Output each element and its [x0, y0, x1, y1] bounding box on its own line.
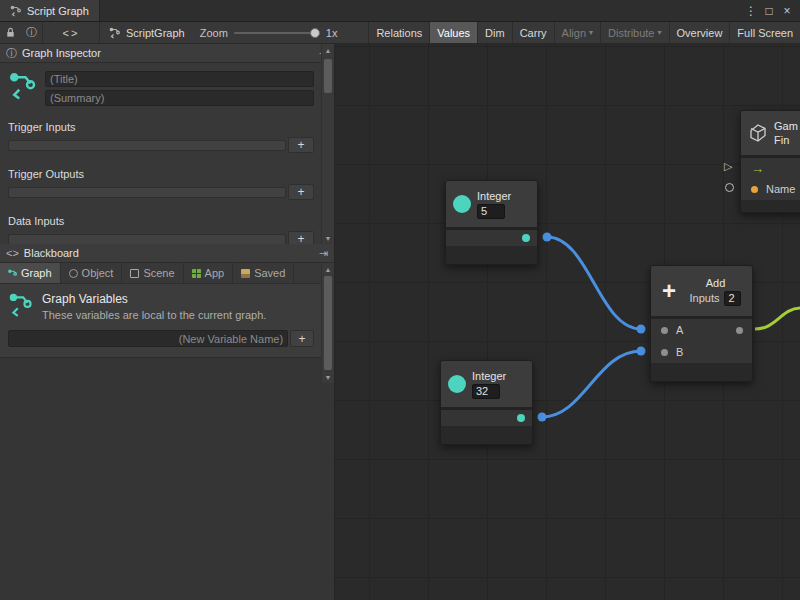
trigger-inputs-list: [8, 140, 286, 151]
trigger-port-icon[interactable]: ▷: [724, 160, 732, 173]
graph-variables-title: Graph Variables: [42, 292, 266, 306]
window-titlebar: Script Graph ⋮ □ ×: [0, 0, 800, 22]
dim-button[interactable]: Dim: [477, 22, 512, 43]
data-inputs-list: [8, 234, 286, 245]
zoom-slider-track: [234, 32, 320, 34]
lock-button[interactable]: [0, 22, 21, 43]
add-variable-button[interactable]: +: [290, 330, 314, 347]
tab-scene[interactable]: Scene: [122, 263, 183, 283]
graph-icon: [109, 27, 121, 39]
inspector-scrollbar-thumb[interactable]: [324, 59, 332, 93]
align-button: Align ▾: [554, 22, 600, 43]
input-port-a[interactable]: [661, 327, 668, 334]
integer-value-input[interactable]: [472, 384, 500, 399]
inputs-count-input[interactable]: [724, 291, 741, 306]
output-port[interactable]: [517, 414, 525, 422]
wire-integer1-to-add-a: [547, 237, 641, 329]
blackboard-scrollbar-thumb[interactable]: [324, 276, 332, 370]
popout-icon[interactable]: ⇥: [319, 247, 328, 260]
graph-inspector-title: Graph Inspector: [22, 47, 101, 59]
game-object-icon: [748, 123, 768, 143]
scroll-down-icon[interactable]: ▼: [322, 371, 334, 383]
node-partial[interactable]: Gam Fin → Name: [740, 110, 800, 213]
object-tab-icon: [69, 269, 78, 278]
blackboard-panel: <> Blackboard ⇥ Graph Object: [0, 244, 334, 600]
maximize-icon[interactable]: □: [760, 4, 778, 18]
tab-saved[interactable]: Saved: [233, 263, 294, 283]
scroll-up-icon[interactable]: ▲: [322, 44, 334, 56]
node-integer-32[interactable]: Integer: [440, 360, 533, 445]
code-view-button[interactable]: <>: [43, 22, 99, 43]
overview-button[interactable]: Overview: [669, 22, 730, 43]
trigger-inputs-label: Trigger Inputs: [8, 121, 314, 133]
output-port[interactable]: [522, 234, 530, 242]
graph-tab-icon: [8, 269, 17, 278]
carry-button[interactable]: Carry: [512, 22, 554, 43]
integer-value-input[interactable]: [477, 204, 505, 219]
wire-endpoint[interactable]: [543, 233, 552, 242]
scroll-up-icon[interactable]: ▲: [322, 263, 334, 275]
app-tab-icon: [192, 269, 201, 278]
tab-script-graph[interactable]: Script Graph: [0, 0, 100, 21]
graph-summary-input[interactable]: [45, 90, 314, 106]
new-variable-input[interactable]: [8, 330, 288, 347]
sidebar: ⓘ Graph Inspector ⇥ Tri: [0, 44, 335, 600]
zoom-value: 1x: [326, 27, 338, 39]
port-a-label: A: [676, 324, 683, 336]
tab-graph[interactable]: Graph: [0, 263, 61, 283]
trigger-arrow-icon[interactable]: →: [751, 161, 764, 176]
chevron-down-icon: ▾: [589, 28, 593, 37]
trigger-outputs-label: Trigger Outputs: [8, 168, 314, 180]
graph-canvas[interactable]: Integer Integer: [335, 44, 800, 600]
graph-icon: [8, 71, 38, 101]
tab-object[interactable]: Object: [61, 263, 123, 283]
output-port[interactable]: [736, 327, 743, 334]
zoom-slider-handle[interactable]: [310, 28, 320, 38]
port-b-label: B: [676, 346, 683, 358]
inputs-label: Inputs: [690, 292, 720, 304]
distribute-button: Distribute ▾: [600, 22, 668, 43]
graph-name-button[interactable]: ScriptGraph: [100, 22, 194, 43]
wire-endpoint[interactable]: [637, 347, 646, 356]
info-icon: ⓘ: [6, 46, 17, 61]
blackboard-tabs: Graph Object Scene App Saved: [0, 263, 321, 284]
add-trigger-input-button[interactable]: +: [288, 137, 314, 153]
window-menu-icon[interactable]: ⋮: [742, 4, 760, 18]
graph-title-input[interactable]: [45, 71, 314, 87]
info-icon: ⓘ: [26, 25, 37, 40]
full-screen-button[interactable]: Full Screen: [729, 22, 800, 43]
node-title: Integer: [477, 190, 511, 202]
wire-endpoint[interactable]: [538, 413, 547, 422]
graph-name-label: ScriptGraph: [126, 27, 185, 39]
node-title: Add: [706, 277, 726, 289]
blackboard-header: <> Blackboard ⇥: [0, 244, 334, 263]
integer-icon: [453, 195, 471, 213]
info-button[interactable]: ⓘ: [21, 22, 42, 43]
inspector-scrollbar[interactable]: ▲ ▼: [321, 44, 334, 244]
wire-add-output: [755, 308, 800, 329]
node-title: Integer: [472, 370, 506, 382]
node-integer-5[interactable]: Integer: [445, 180, 538, 265]
wire-endpoint[interactable]: [637, 325, 646, 334]
values-button[interactable]: Values: [429, 22, 477, 43]
zoom-slider[interactable]: [234, 27, 320, 39]
window-controls: ⋮ □ ×: [742, 0, 800, 21]
graph-variables-section: Graph Variables These variables are loca…: [0, 284, 334, 358]
close-icon[interactable]: ×: [778, 4, 796, 18]
scroll-down-icon[interactable]: ▼: [322, 232, 334, 244]
input-port-b[interactable]: [661, 349, 668, 356]
blackboard-scrollbar[interactable]: ▲ ▼: [321, 263, 334, 383]
tab-app[interactable]: App: [184, 263, 234, 283]
node-title-line2: Fin: [774, 134, 798, 146]
node-add[interactable]: + Add Inputs A B: [650, 265, 753, 382]
value-port-icon[interactable]: [725, 183, 734, 192]
window-tab-title: Script Graph: [27, 5, 89, 17]
input-port-name[interactable]: [751, 186, 758, 193]
add-trigger-output-button[interactable]: +: [288, 184, 314, 200]
add-node-icon: +: [658, 280, 680, 302]
graph-toolbar: ⓘ <> ScriptGraph Zoom 1x Relations Value…: [0, 22, 800, 44]
variables-icon: <>: [6, 247, 19, 259]
relations-button[interactable]: Relations: [368, 22, 429, 43]
node-title-line1: Gam: [774, 120, 798, 132]
integer-icon: [448, 375, 466, 393]
